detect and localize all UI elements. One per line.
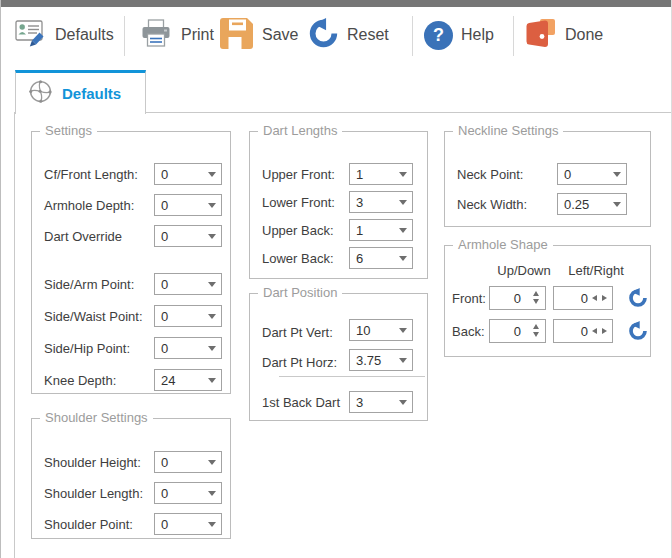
combo-value: 3 <box>356 195 363 210</box>
dart-pt-vert-combo[interactable]: 10 <box>349 319 413 341</box>
toolbar-separator <box>412 16 413 56</box>
knee-depth-label: Knee Depth: <box>44 373 116 388</box>
print-button-label: Print <box>181 26 214 44</box>
side-waist-point-label: Side/Waist Point: <box>44 309 143 324</box>
group-neckline-settings: Neckline Settings Neck Point: 0 Neck Wid… <box>444 131 651 227</box>
chevron-down-icon[interactable] <box>399 400 407 405</box>
combo-value: 1 <box>356 223 363 238</box>
armhole-back-reset-icon[interactable] <box>628 321 648 341</box>
dart-override-combo[interactable]: 0 <box>154 225 222 247</box>
save-button[interactable]: Save <box>220 15 298 55</box>
combo-value: 0 <box>161 341 168 356</box>
neck-point-combo[interactable]: 0 <box>557 163 627 185</box>
neck-point-label: Neck Point: <box>457 167 523 182</box>
exit-door-icon <box>525 18 557 53</box>
reset-circular-arrow-icon <box>308 18 339 53</box>
armhole-depth-combo[interactable]: 0 <box>154 194 222 216</box>
upper-front-label: Upper Front: <box>262 167 335 182</box>
combo-value: 0 <box>161 455 168 470</box>
left-right-spinner-arrows-icon[interactable] <box>592 295 607 301</box>
chevron-down-icon[interactable] <box>208 491 216 496</box>
side-arm-point-combo[interactable]: 0 <box>154 273 222 295</box>
lower-back-combo[interactable]: 6 <box>349 247 413 269</box>
toolbar-separator <box>124 16 125 56</box>
combo-value: 0 <box>161 167 168 182</box>
window-title-strip <box>1 0 672 7</box>
spinner-value: 0 <box>581 291 588 306</box>
combo-value: 10 <box>356 323 370 338</box>
combo-value: 6 <box>356 251 363 266</box>
first-back-dart-label: 1st Back Dart <box>262 395 340 410</box>
side-waist-point-combo[interactable]: 0 <box>154 305 222 327</box>
dart-position-separator <box>279 376 425 377</box>
done-button[interactable]: Done <box>525 15 603 55</box>
armhole-back-leftright-spinner[interactable]: 0 <box>553 319 613 343</box>
print-button[interactable]: Print <box>140 15 214 55</box>
group-dart-lengths: Dart Lengths Upper Front: 1 Lower Front:… <box>249 131 428 279</box>
neck-width-combo[interactable]: 0.25 <box>557 193 627 215</box>
group-dart-position: Dart Position Dart Pt Vert: 10 Dart Pt H… <box>249 293 428 421</box>
chevron-down-icon[interactable] <box>208 234 216 239</box>
left-right-spinner-arrows-icon[interactable] <box>592 328 607 334</box>
help-button[interactable]: ? Help <box>424 15 494 55</box>
chevron-down-icon[interactable] <box>208 282 216 287</box>
done-button-label: Done <box>565 26 603 44</box>
side-hip-point-combo[interactable]: 0 <box>154 337 222 359</box>
combo-value: 24 <box>161 373 175 388</box>
shoulder-length-combo[interactable]: 0 <box>154 482 222 504</box>
combo-value: 0 <box>161 517 168 532</box>
armhole-front-reset-icon[interactable] <box>628 288 648 308</box>
reset-button[interactable]: Reset <box>308 15 389 55</box>
chevron-down-icon[interactable] <box>208 460 216 465</box>
chevron-down-icon[interactable] <box>399 256 407 261</box>
dart-pt-horz-label: Dart Pt Horz: <box>262 355 337 370</box>
defaults-window: Defaults Print <box>0 0 672 558</box>
chevron-down-icon[interactable] <box>208 346 216 351</box>
neck-width-label: Neck Width: <box>457 197 527 212</box>
armhole-front-updown-spinner[interactable]: 0 <box>489 286 546 310</box>
shoulder-point-combo[interactable]: 0 <box>154 513 222 535</box>
shoulder-point-label: Shoulder Point: <box>44 517 133 532</box>
chevron-down-icon[interactable] <box>399 200 407 205</box>
side-arm-point-label: Side/Arm Point: <box>44 277 134 292</box>
armhole-depth-label: Armhole Depth: <box>44 198 134 213</box>
chevron-down-icon[interactable] <box>399 228 407 233</box>
cf-front-length-label: Cf/Front Length: <box>44 167 138 182</box>
chevron-down-icon[interactable] <box>208 378 216 383</box>
up-down-spinner-arrows-icon[interactable] <box>533 291 539 304</box>
group-settings: Settings Cf/Front Length: 0 Armhole Dept… <box>31 131 231 394</box>
upper-back-label: Upper Back: <box>262 223 334 238</box>
spinner-value: 0 <box>514 324 521 339</box>
chevron-down-icon[interactable] <box>399 358 407 363</box>
defaults-button[interactable]: Defaults <box>15 15 114 55</box>
chevron-down-icon[interactable] <box>208 314 216 319</box>
chevron-down-icon[interactable] <box>208 522 216 527</box>
upper-front-combo[interactable]: 1 <box>349 163 413 185</box>
lower-front-combo[interactable]: 3 <box>349 191 413 213</box>
group-armhole-shape-title: Armhole Shape <box>453 237 553 252</box>
shoulder-height-combo[interactable]: 0 <box>154 451 222 473</box>
combo-value: 0 <box>161 309 168 324</box>
upper-back-combo[interactable]: 1 <box>349 219 413 241</box>
chevron-down-icon[interactable] <box>399 172 407 177</box>
armhole-back-updown-spinner[interactable]: 0 <box>489 319 546 343</box>
armhole-front-leftright-spinner[interactable]: 0 <box>553 286 613 310</box>
toolbar-separator <box>513 16 514 56</box>
chevron-down-icon[interactable] <box>613 172 621 177</box>
tab-defaults[interactable]: Defaults <box>15 70 146 114</box>
chevron-down-icon[interactable] <box>613 202 621 207</box>
help-question-icon: ? <box>424 21 453 50</box>
dart-pt-horz-combo[interactable]: 3.75 <box>349 349 413 371</box>
first-back-dart-combo[interactable]: 3 <box>349 391 413 413</box>
spinner-value: 0 <box>514 291 521 306</box>
chevron-down-icon[interactable] <box>399 328 407 333</box>
combo-value: 1 <box>356 167 363 182</box>
combo-value: 0.25 <box>564 197 589 212</box>
tab-defaults-label: Defaults <box>62 85 121 102</box>
chevron-down-icon[interactable] <box>208 203 216 208</box>
chevron-down-icon[interactable] <box>208 172 216 177</box>
combo-value: 0 <box>564 167 571 182</box>
up-down-spinner-arrows-icon[interactable] <box>533 324 539 337</box>
cf-front-length-combo[interactable]: 0 <box>154 163 222 185</box>
knee-depth-combo[interactable]: 24 <box>154 369 222 391</box>
